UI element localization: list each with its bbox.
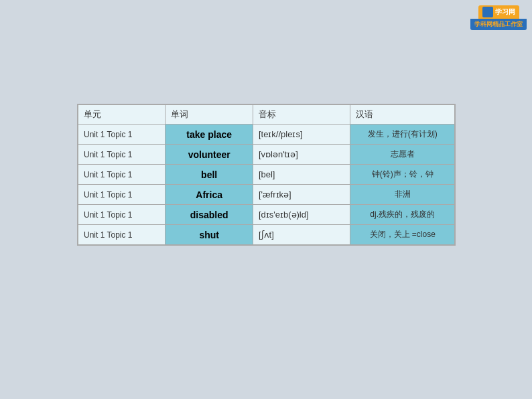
header-unit: 单元 — [78, 105, 165, 125]
table-row: Unit 1 Topic 1volunteer[vɒlən'tɪə]志愿者 — [78, 145, 455, 165]
book-icon — [482, 7, 493, 17]
meaning-cell: 钟(铃)声；铃，钟 — [350, 165, 455, 185]
meaning-cell: 关闭，关上 =close — [350, 225, 455, 245]
word-cell: Africa — [165, 185, 253, 205]
phonetic-cell: [teɪk//pleɪs] — [253, 125, 350, 145]
unit-cell: Unit 1 Topic 1 — [78, 145, 165, 165]
phonetic-cell: ['æfrɪkə] — [253, 185, 350, 205]
phonetic-cell: [ʃʌt] — [253, 225, 350, 245]
word-cell: bell — [165, 165, 253, 185]
phonetic-cell: [bel] — [253, 165, 350, 185]
unit-cell: Unit 1 Topic 1 — [78, 205, 165, 225]
table-row: Unit 1 Topic 1bell[bel]钟(铃)声；铃，钟 — [78, 165, 455, 185]
word-cell: take place — [165, 125, 253, 145]
table-row: Unit 1 Topic 1Africa['æfrɪkə]非洲 — [78, 185, 455, 205]
vocabulary-table: 单元 单词 音标 汉语 Unit 1 Topic 1take place[teɪ… — [78, 104, 455, 245]
phonetic-cell: [dɪs'eɪb(ə)ld] — [253, 205, 350, 225]
meaning-cell: 发生，进行(有计划) — [350, 125, 455, 145]
meaning-cell: 志愿者 — [350, 145, 455, 165]
table-row: Unit 1 Topic 1take place[teɪk//pleɪs]发生，… — [78, 125, 455, 145]
unit-cell: Unit 1 Topic 1 — [78, 225, 165, 245]
header-phonetic: 音标 — [253, 105, 350, 125]
word-cell: shut — [165, 225, 253, 245]
table-row: Unit 1 Topic 1disabled[dɪs'eɪb(ə)ld]dj.残… — [78, 205, 455, 225]
word-cell: volunteer — [165, 145, 253, 165]
logo-area: 学习网 学科网精品工作室 — [470, 5, 527, 30]
table-header-row: 单元 单词 音标 汉语 — [78, 105, 455, 125]
unit-cell: Unit 1 Topic 1 — [78, 185, 165, 205]
header-meaning: 汉语 — [350, 105, 455, 125]
table-row: Unit 1 Topic 1shut[ʃʌt]关闭，关上 =close — [78, 225, 455, 245]
word-cell: disabled — [165, 205, 253, 225]
phonetic-cell: [vɒlən'tɪə] — [253, 145, 350, 165]
unit-cell: Unit 1 Topic 1 — [78, 125, 165, 145]
logo-top: 学习网 — [478, 5, 519, 19]
logo-top-text: 学习网 — [495, 7, 515, 17]
logo-bottom-text: 学科网精品工作室 — [470, 19, 527, 30]
meaning-cell: dj.残疾的，残废的 — [350, 205, 455, 225]
vocabulary-table-container: 单元 单词 音标 汉语 Unit 1 Topic 1take place[teɪ… — [77, 104, 456, 246]
header-word: 单词 — [165, 105, 253, 125]
unit-cell: Unit 1 Topic 1 — [78, 165, 165, 185]
meaning-cell: 非洲 — [350, 185, 455, 205]
